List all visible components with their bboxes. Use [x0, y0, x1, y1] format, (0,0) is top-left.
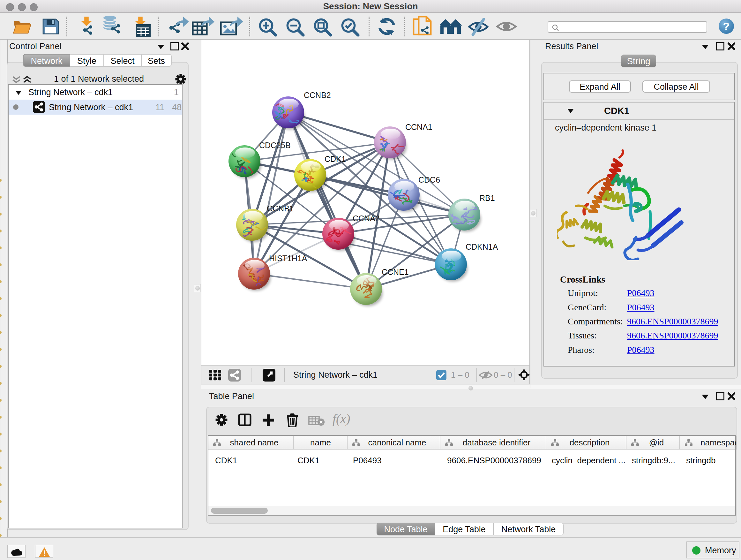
svg-text:CCNA1: CCNA1	[405, 123, 432, 132]
svg-text:CDKN1A: CDKN1A	[466, 242, 498, 251]
svg-text:CCNA2: CCNA2	[353, 214, 380, 223]
svg-text:HIST1H1A: HIST1H1A	[269, 254, 307, 263]
svg-text:CDK1: CDK1	[325, 154, 346, 164]
svg-text:CDC25B: CDC25B	[259, 141, 291, 150]
svg-text:CCNE1: CCNE1	[382, 267, 409, 276]
svg-text:RB1: RB1	[479, 193, 495, 202]
svg-text:CDC6: CDC6	[418, 175, 440, 184]
svg-text:CCNB2: CCNB2	[304, 91, 331, 100]
svg-text:CCNB1: CCNB1	[267, 204, 294, 213]
